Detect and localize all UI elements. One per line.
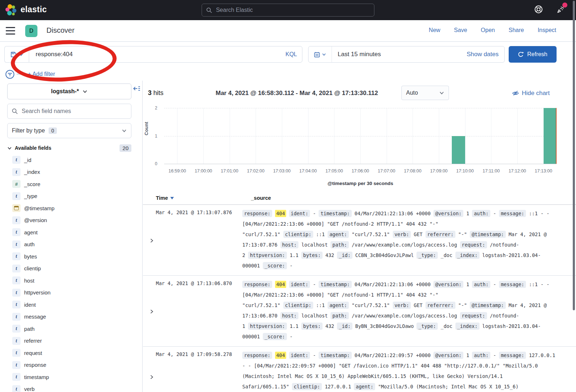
highlighted-value: 404 [275,352,286,359]
field-name: verb [24,386,35,392]
scrollbar-thumb[interactable] [573,1,575,310]
field-item-_type[interactable]: t_type [7,192,135,200]
hits-header: 3 hits Mar 4, 2021 @ 16:58:30.112 - Mar … [143,81,576,102]
highlighted-value: 404 [275,281,286,288]
available-fields-header[interactable]: Available fields 20 [7,143,131,153]
field-item-_id[interactable]: t_id [7,156,135,164]
source-field-name: ident: [289,281,310,288]
hits-count: 3 hits [148,89,163,97]
field-name: _id [24,157,31,163]
refresh-button[interactable]: Refresh [509,46,557,63]
expand-row-button[interactable] [147,208,156,271]
field-item-response[interactable]: tresponse [7,361,135,369]
source-field-name: referrer: [426,231,455,238]
field-item-request[interactable]: trequest [7,348,135,357]
gridline [164,108,557,108]
date-picker-calendar-button[interactable] [309,46,332,62]
text-field-icon: t [12,325,21,333]
source-field-name: auth: [472,352,490,359]
field-item-bytes[interactable]: tbytes [7,252,135,261]
x-tick-label: 17:08:00 [404,168,422,174]
filter-by-type-dropdown[interactable]: Filter by type 0 [7,123,131,138]
field-item-httpversion[interactable]: thttpversion [7,288,135,297]
source-field-value: /var/www/example.com/logs/access.log [352,242,457,248]
source-field-name: response: [242,352,272,359]
open-button[interactable]: Open [481,27,495,33]
source-field-value: - [313,211,316,216]
x-tick-label: 17:02:00 [247,168,265,174]
field-item-@timestamp[interactable]: @timestamp [7,204,135,212]
query-input[interactable] [29,51,302,58]
text-field-icon: t [12,192,21,200]
field-item-host[interactable]: thost [7,276,135,285]
source-field-name: timestamp: [319,281,351,288]
histogram-plot[interactable] [164,108,557,164]
save-button[interactable]: Save [454,27,467,33]
global-search-input[interactable] [215,6,370,14]
source-field-name: @version: [433,210,463,217]
elastic-logo[interactable]: elastic [5,4,47,15]
column-header-time[interactable]: Time [156,195,251,201]
chevron-down-icon [439,90,444,95]
source-field-value: 1 [466,211,469,216]
x-tick-label: 17:09:00 [430,168,448,174]
histogram-bar-17:09:30[interactable] [452,136,465,164]
show-dates-button[interactable]: Show dates [467,51,504,58]
source-field-name: agent: [328,231,349,238]
space-avatar[interactable]: D [25,25,37,37]
gridline [164,136,557,136]
text-field-icon: t [12,265,21,272]
time-range-value[interactable]: Last 15 minutes [332,51,467,58]
source-field-name: auth: [472,281,490,288]
field-name: ident [24,302,36,308]
source-field-value: CCBN_3cB04dGovJLPawl [355,252,414,258]
field-item-path[interactable]: tpath [7,324,135,333]
expand-row-button[interactable] [147,350,156,392]
field-item-ident[interactable]: tident [7,300,135,309]
field-item-message[interactable]: tmessage [7,312,135,321]
menu-icon[interactable] [6,27,15,35]
num-field-icon: # [12,180,21,188]
source-field-value: 432 [325,323,334,329]
text-field-icon: t [12,228,21,236]
help-icon[interactable] [534,4,544,14]
field-search-input[interactable] [21,108,127,115]
share-button[interactable]: Share [509,27,524,33]
field-item-referrer[interactable]: treferrer [7,337,135,345]
field-item-verb[interactable]: tverb [7,385,135,392]
field-name: clientip [24,265,41,271]
histogram-bar-17:13:00[interactable] [544,108,557,164]
expand-row-button[interactable] [147,279,156,342]
news-icon[interactable] [556,4,566,14]
source-field-value: - [493,281,496,287]
date-picker: Last 15 minutes Show dates [308,46,505,63]
filter-icon[interactable] [5,69,15,79]
field-item-clientip[interactable]: tclientip [7,264,135,273]
global-search-bar[interactable] [202,4,374,17]
field-item-_index[interactable]: t_index [7,168,135,176]
field-item-@version[interactable]: t@version [7,216,135,225]
x-tick-label: 17:11:00 [482,168,500,174]
query-language-button[interactable]: KQL [285,51,297,58]
field-item-auth[interactable]: tauth [7,240,135,249]
index-pattern-name: logstash-* [51,88,79,95]
interval-select[interactable]: Auto [401,86,449,100]
hide-chart-button[interactable]: Hide chart [512,90,550,97]
field-search-box[interactable] [7,104,131,119]
x-tick-label: 17:10:00 [456,168,474,174]
source-field-name: _id: [337,323,352,330]
source-field-name: message: [499,210,526,217]
field-item-_score[interactable]: #_score [7,180,135,188]
field-name: _index [24,169,40,175]
add-filter-button[interactable]: + Add filter [28,71,55,77]
index-pattern-switcher[interactable]: logstash-* [7,84,131,99]
new-button[interactable]: New [429,27,440,33]
collapse-sidebar-icon[interactable] [133,85,140,92]
saved-query-menu-button[interactable] [4,46,29,63]
brand-name: elastic [21,5,47,14]
discover-main: 3 hits Mar 4, 2021 @ 16:58:30.112 - Mar … [143,81,576,392]
field-item-timestamp[interactable]: ttimestamp [7,373,135,381]
inspect-button[interactable]: Inspect [537,27,556,33]
histogram-chart: Count 012 16:59:0017:00:0017:01:0017:02:… [143,104,576,194]
field-item-agent[interactable]: tagent [7,228,135,236]
